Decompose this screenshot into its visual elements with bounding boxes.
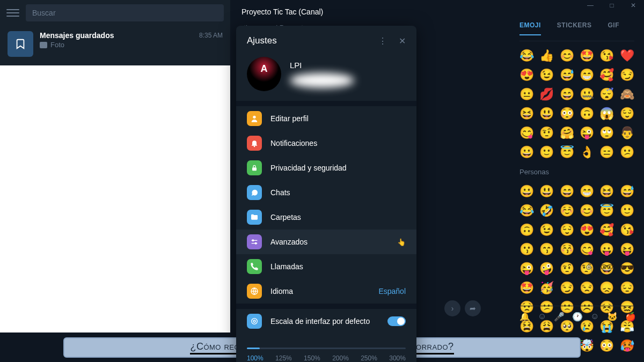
- emoji[interactable]: 😋: [580, 242, 594, 256]
- settings-edit-profile[interactable]: Editar perfil: [236, 106, 416, 131]
- emoji[interactable]: 😳: [599, 339, 614, 353]
- more-icon[interactable]: ⋮: [378, 36, 387, 46]
- emoji[interactable]: 🤗: [560, 126, 574, 140]
- scale-label[interactable]: 200%: [332, 354, 349, 362]
- settings-chats[interactable]: Chats: [236, 180, 416, 205]
- emoji[interactable]: 🧐: [580, 262, 594, 276]
- settings-folders[interactable]: Carpetas: [236, 205, 416, 230]
- emoji[interactable]: 😆: [519, 107, 534, 121]
- emoji[interactable]: 😅: [620, 184, 634, 198]
- emoji[interactable]: 😁: [580, 68, 594, 82]
- tab-gif[interactable]: GIF: [608, 21, 620, 35]
- settings-calls[interactable]: Llamadas: [236, 254, 416, 279]
- emoji[interactable]: 😘: [599, 49, 614, 63]
- emoji[interactable]: 😋: [519, 126, 534, 140]
- emoji[interactable]: ❤️: [620, 49, 634, 63]
- emoji[interactable]: 😕: [620, 145, 634, 159]
- mic-icon[interactable]: 🎤: [554, 312, 565, 322]
- emoji[interactable]: 😎: [620, 262, 634, 276]
- scale-toggle[interactable]: [387, 316, 406, 326]
- emoji[interactable]: 😄: [560, 184, 574, 198]
- emoji[interactable]: 🤨: [560, 262, 574, 276]
- emoji[interactable]: 😅: [560, 68, 574, 82]
- share-icon[interactable]: ➦: [465, 300, 481, 316]
- scroll-down-icon[interactable]: ›: [444, 300, 460, 316]
- emoji[interactable]: 😍: [519, 68, 534, 82]
- emoji[interactable]: 🥰: [599, 68, 614, 82]
- scale-label[interactable]: 250%: [361, 354, 377, 362]
- emoji[interactable]: 🙂: [620, 204, 634, 218]
- emoji[interactable]: 😉: [539, 68, 554, 82]
- settings-advanced[interactable]: Avanzados 👆: [236, 230, 416, 254]
- tab-emoji[interactable]: EMOJI: [519, 21, 541, 35]
- settings-notifications[interactable]: Notificaciones: [236, 131, 416, 156]
- smiley-icon[interactable]: ☺: [538, 312, 546, 322]
- emoji[interactable]: 😊: [560, 49, 574, 63]
- emoji[interactable]: 😞: [599, 281, 614, 295]
- emoji[interactable]: 🤨: [539, 126, 554, 140]
- emoji[interactable]: 😳: [560, 107, 574, 121]
- emoji[interactable]: 😁: [580, 184, 594, 198]
- emoji[interactable]: 👌: [580, 145, 594, 159]
- scale-label[interactable]: 150%: [304, 354, 320, 362]
- chat-list-item[interactable]: Mensajes guardados 8:35 AM Foto: [0, 26, 230, 62]
- emoji[interactable]: 😆: [599, 184, 614, 198]
- emoji[interactable]: 🙃: [519, 223, 534, 237]
- emoji[interactable]: 🤩: [519, 281, 534, 295]
- emoji[interactable]: 😊: [580, 204, 594, 218]
- emoji[interactable]: 😉: [539, 223, 554, 237]
- emoji[interactable]: 🤣: [539, 204, 554, 218]
- emoji[interactable]: 😃: [539, 184, 554, 198]
- profile-avatar[interactable]: [247, 57, 281, 91]
- mute-icon[interactable]: 🔔: [519, 312, 530, 322]
- food-category-icon[interactable]: 🍎: [625, 312, 636, 322]
- emoji[interactable]: 😒: [580, 281, 594, 295]
- emoji[interactable]: 😴: [599, 87, 614, 101]
- emoji[interactable]: 😱: [599, 107, 614, 121]
- emoji[interactable]: 😌: [620, 107, 634, 121]
- emoji[interactable]: 😛: [599, 242, 614, 256]
- window-maximize[interactable]: □: [601, 0, 623, 11]
- window-minimize[interactable]: —: [580, 0, 601, 11]
- emoji[interactable]: 🙈: [620, 87, 634, 101]
- search-input[interactable]: Buscar: [26, 4, 224, 21]
- emoji[interactable]: 😏: [620, 68, 634, 82]
- emoji[interactable]: 😚: [560, 242, 574, 256]
- recent-icon[interactable]: 🕐: [572, 312, 583, 322]
- face-category-icon[interactable]: ☺: [590, 312, 599, 322]
- scale-label[interactable]: 300%: [389, 354, 406, 362]
- emoji[interactable]: 🤩: [580, 49, 594, 63]
- window-close[interactable]: ✕: [623, 0, 644, 11]
- emoji[interactable]: 🤯: [580, 339, 594, 353]
- emoji[interactable]: 🙄: [599, 126, 614, 140]
- emoji[interactable]: 😂: [519, 204, 534, 218]
- emoji[interactable]: 😝: [620, 242, 634, 256]
- settings-language[interactable]: Idioma Español: [236, 279, 416, 304]
- settings-scale[interactable]: Escala de interfaz por defecto: [236, 309, 416, 334]
- emoji[interactable]: 😃: [539, 107, 554, 121]
- scale-label[interactable]: 100%: [247, 354, 264, 362]
- animal-category-icon[interactable]: 🐱: [607, 312, 618, 322]
- emoji[interactable]: 🤓: [599, 262, 614, 276]
- emoji[interactable]: 😐: [519, 87, 534, 101]
- emoji[interactable]: 😔: [620, 281, 634, 295]
- emoji[interactable]: 🥰: [599, 223, 614, 237]
- emoji[interactable]: 🤐: [580, 87, 594, 101]
- settings-privacy[interactable]: Privacidad y seguridad: [236, 156, 416, 180]
- emoji[interactable]: 😏: [560, 281, 574, 295]
- emoji[interactable]: 😄: [560, 87, 574, 101]
- scale-slider[interactable]: [247, 348, 406, 349]
- emoji[interactable]: 😂: [519, 49, 534, 63]
- emoji[interactable]: ☺️: [560, 204, 574, 218]
- emoji[interactable]: 😙: [539, 242, 554, 256]
- tab-stickers[interactable]: STICKERS: [557, 21, 592, 35]
- emoji[interactable]: 🙂: [539, 145, 554, 159]
- emoji[interactable]: 🥳: [539, 281, 554, 295]
- emoji[interactable]: 💋: [539, 87, 554, 101]
- emoji[interactable]: 🤪: [539, 262, 554, 276]
- emoji[interactable]: 😀: [519, 145, 534, 159]
- emoji[interactable]: 😇: [560, 145, 574, 159]
- emoji[interactable]: 😇: [599, 204, 614, 218]
- emoji[interactable]: 👨: [620, 126, 634, 140]
- emoji[interactable]: 😌: [560, 223, 574, 237]
